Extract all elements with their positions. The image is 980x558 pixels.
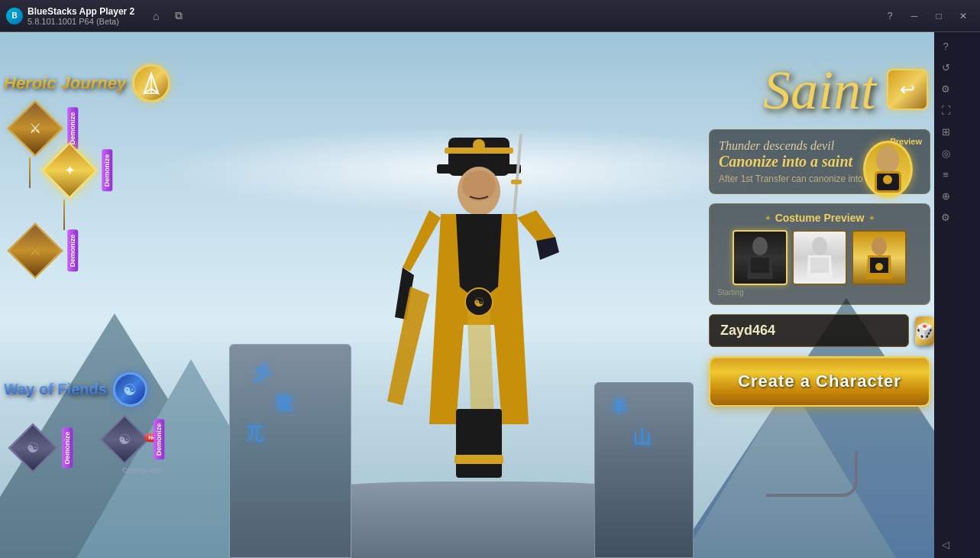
connector-2 <box>63 200 65 230</box>
window-controls: ? ─ □ ✕ <box>879 8 974 24</box>
class-node-1[interactable]: ⚔ Demonize <box>15 109 94 148</box>
sidebar-icon-5[interactable]: ⊞ <box>936 122 955 141</box>
rune-glyph-2: 龍 <box>276 391 294 415</box>
costume-thumb-1[interactable] <box>733 230 788 285</box>
sidebar-icon-9[interactable]: ⚙ <box>936 208 955 226</box>
randomize-name-button[interactable]: 🎲 <box>915 316 934 346</box>
preview-thumbnail[interactable] <box>863 141 913 198</box>
node-icon-2: ✦ <box>64 162 76 179</box>
bottom-node-1[interactable]: ☯ Demonize <box>15 430 88 466</box>
bottom-diamond-1[interactable]: ☯ <box>8 423 57 472</box>
sidebar-icon-7[interactable]: ≡ <box>936 165 955 183</box>
class-node-3[interactable]: ⚔ Demonize <box>15 231 94 271</box>
titlebar-tools: ⌂ ⧉ <box>147 7 188 25</box>
app-name: BlueStacks App Player 2 <box>27 6 134 17</box>
right-panel: Saint Thunder descends devil Canonize in… <box>709 63 930 407</box>
costume-preview-title: Costume Preview <box>717 212 922 224</box>
game-area: 彡 龍 兀 丰 山 <box>0 32 957 558</box>
node-diamond-2[interactable]: ✦ <box>41 142 98 199</box>
bottom-node-icon-1: ☯ <box>27 440 39 456</box>
character-name-input[interactable] <box>709 314 909 347</box>
minimize-button[interactable]: ─ <box>904 8 925 24</box>
bottom-node-label-1: Demonize <box>62 428 73 469</box>
sidebar-icon-3[interactable]: ⚙ <box>936 79 955 98</box>
preview-section[interactable]: Preview <box>890 135 922 146</box>
node-icon-3: ⚔ <box>29 242 41 259</box>
node-diamond-3[interactable]: ⚔ <box>7 222 63 279</box>
preview-char-icon <box>867 144 909 194</box>
svg-point-17 <box>876 146 899 174</box>
chain-element <box>766 451 858 497</box>
way-of-fiends-section: Way of Fiends ☯ <box>4 372 147 407</box>
sidebar-icon-back[interactable]: ◁ <box>936 535 955 553</box>
svg-point-23 <box>812 237 827 255</box>
coming-soon-label: Coming soon <box>122 466 163 474</box>
node-label-3: Demonize <box>67 230 78 272</box>
crown-icon <box>141 72 161 95</box>
bottom-nodes: ☯ Demonize ☯ New Demonize Coming soon <box>15 422 179 474</box>
svg-rect-24 <box>810 258 829 273</box>
class-title: Saint <box>709 63 930 118</box>
class-node-2[interactable]: ✦ Demonize <box>50 151 128 190</box>
svg-point-21 <box>752 237 768 255</box>
right-sidebar: ? ↺ ⚙ ⛶ ⊞ ◎ ≡ ⊕ ⚙ ◁ <box>934 32 957 558</box>
rune-glyph-4: 丰 <box>610 394 629 419</box>
sidebar-icon-2[interactable]: ↺ <box>936 58 955 76</box>
node-diamond-1[interactable]: ⚔ <box>7 100 63 157</box>
svg-point-7 <box>462 170 496 201</box>
costume-3-icon <box>860 235 898 281</box>
fiend-icon: ☯ <box>123 381 137 399</box>
stone-pillar-right: 丰 山 <box>594 382 694 558</box>
svg-point-27 <box>875 263 883 271</box>
costume-thumb-2[interactable] <box>792 230 847 285</box>
sidebar-icon-4[interactable]: ⛶ <box>936 101 955 119</box>
svg-point-3 <box>473 139 485 151</box>
heroic-journey-emblem <box>132 64 170 102</box>
rune-glyph-5: 山 <box>633 425 652 449</box>
costume-thumb-3[interactable] <box>852 230 907 285</box>
costume-1-icon <box>741 235 779 281</box>
class-info-box: Thunder descends devil Canonize into a s… <box>709 129 930 194</box>
svg-rect-5 <box>511 180 522 184</box>
bottom-node-label-2: Demonize <box>154 420 164 460</box>
close-button[interactable]: ✕ <box>953 8 974 24</box>
app-version: 5.8.101.1001 P64 (Beta) <box>27 17 137 26</box>
costume-2-icon <box>800 235 839 281</box>
sidebar-icon-8[interactable]: ⊕ <box>936 187 955 205</box>
svg-rect-11 <box>475 409 502 478</box>
heroic-journey-title: Heroic Journey <box>4 73 126 93</box>
node-icon-1: ⚔ <box>29 120 41 137</box>
node-label-2: Demonize <box>102 150 112 192</box>
connector-1 <box>29 157 31 188</box>
costume-thumbnails <box>717 230 922 285</box>
character-figure: ☯ <box>387 134 571 485</box>
stone-pillar-left: 彡 龍 兀 <box>229 344 351 558</box>
character-svg: ☯ <box>387 134 571 485</box>
svg-rect-22 <box>751 258 769 273</box>
titlebar: B BlueStacks App Player 2 5.8.101.1001 P… <box>0 0 980 32</box>
bottom-node-2[interactable]: ☯ New Demonize Coming soon <box>107 422 180 474</box>
app-logo: B <box>6 8 23 24</box>
restore-button[interactable]: □ <box>928 8 949 24</box>
home-icon[interactable]: ⌂ <box>147 7 165 25</box>
class-nodes-col2: ✦ Demonize <box>50 151 128 230</box>
way-of-fiends-title: Way of Fiends <box>4 381 107 398</box>
svg-text:☯: ☯ <box>474 296 484 309</box>
way-of-fiends-emblem: ☯ <box>113 372 147 407</box>
bottom-diamond-2[interactable]: ☯ New <box>99 414 149 464</box>
create-character-button[interactable]: Create a Character <box>709 356 930 407</box>
svg-point-20 <box>883 175 892 184</box>
svg-rect-13 <box>474 455 503 464</box>
starting-label: Starting <box>717 288 922 297</box>
name-input-row: 🎲 <box>709 314 930 347</box>
help-button[interactable]: ? <box>879 8 901 24</box>
sidebar-icon-6[interactable]: ◎ <box>936 144 955 162</box>
heroic-journey-section: Heroic Journey <box>4 64 170 102</box>
bottom-node-icon-2: ☯ <box>118 431 131 448</box>
rune-glyph-1: 彡 <box>253 360 271 384</box>
rune-glyph-3: 兀 <box>245 421 264 446</box>
dice-icon: 🎲 <box>915 322 934 340</box>
multi-instance-icon[interactable]: ⧉ <box>170 7 188 25</box>
sidebar-icon-1[interactable]: ? <box>936 37 955 55</box>
svg-point-25 <box>872 237 887 255</box>
